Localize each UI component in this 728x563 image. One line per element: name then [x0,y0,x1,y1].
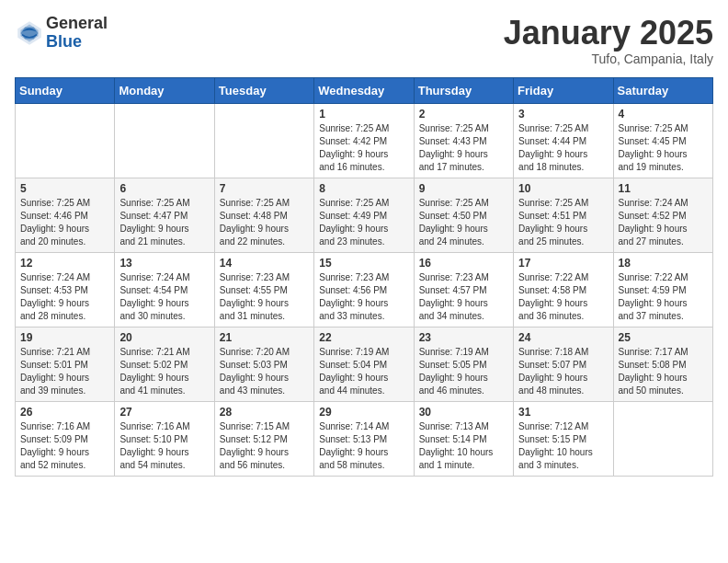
day-number: 10 [518,182,608,195]
day-info: Sunrise: 7:23 AM Sunset: 4:55 PM Dayligh… [220,271,309,323]
title-block: January 2025 Tufo, Campania, Italy [504,15,713,66]
calendar-cell: 25Sunrise: 7:17 AM Sunset: 5:08 PM Dayli… [613,327,712,401]
day-number: 9 [419,182,508,195]
day-info: Sunrise: 7:22 AM Sunset: 4:58 PM Dayligh… [518,271,608,323]
day-info: Sunrise: 7:12 AM Sunset: 5:15 PM Dayligh… [518,420,608,472]
logo-blue: Blue [46,33,108,52]
calendar-week-row: 19Sunrise: 7:21 AM Sunset: 5:01 PM Dayli… [16,327,713,401]
calendar-cell: 5Sunrise: 7:25 AM Sunset: 4:46 PM Daylig… [16,178,115,252]
day-number: 5 [20,182,109,195]
day-info: Sunrise: 7:21 AM Sunset: 5:02 PM Dayligh… [119,346,209,397]
logo-icon [15,18,44,48]
day-info: Sunrise: 7:25 AM Sunset: 4:51 PM Dayligh… [518,197,608,248]
calendar-cell: 6Sunrise: 7:25 AM Sunset: 4:47 PM Daylig… [115,178,214,252]
day-info: Sunrise: 7:18 AM Sunset: 5:07 PM Dayligh… [518,346,608,397]
calendar-cell: 29Sunrise: 7:14 AM Sunset: 5:13 PM Dayli… [314,401,414,476]
day-info: Sunrise: 7:21 AM Sunset: 5:01 PM Dayligh… [20,346,109,397]
calendar-week-row: 5Sunrise: 7:25 AM Sunset: 4:46 PM Daylig… [16,178,713,252]
weekday-header: Tuesday [214,77,313,103]
day-number: 4 [619,108,708,121]
day-number: 26 [20,406,109,419]
day-number: 24 [518,331,608,344]
location: Tufo, Campania, Italy [504,52,713,66]
calendar-cell: 23Sunrise: 7:19 AM Sunset: 5:05 PM Dayli… [414,327,513,401]
calendar-cell: 4Sunrise: 7:25 AM Sunset: 4:45 PM Daylig… [613,103,712,178]
weekday-header: Sunday [16,77,115,103]
day-number: 2 [419,108,508,121]
day-number: 23 [419,331,508,344]
day-number: 12 [20,257,109,270]
calendar-cell: 31Sunrise: 7:12 AM Sunset: 5:15 PM Dayli… [514,401,613,476]
calendar-cell: 16Sunrise: 7:23 AM Sunset: 4:57 PM Dayli… [414,252,513,327]
day-number: 6 [119,182,209,195]
day-info: Sunrise: 7:23 AM Sunset: 4:57 PM Dayligh… [419,271,508,323]
day-info: Sunrise: 7:19 AM Sunset: 5:04 PM Dayligh… [319,346,408,397]
day-number: 27 [119,406,209,419]
day-number: 31 [518,406,608,419]
day-number: 22 [319,331,408,344]
day-number: 15 [319,257,408,270]
day-info: Sunrise: 7:15 AM Sunset: 5:12 PM Dayligh… [220,420,309,472]
day-info: Sunrise: 7:24 AM Sunset: 4:53 PM Dayligh… [20,271,109,323]
weekday-header: Friday [514,77,613,103]
day-info: Sunrise: 7:20 AM Sunset: 5:03 PM Dayligh… [220,346,309,397]
day-info: Sunrise: 7:16 AM Sunset: 5:10 PM Dayligh… [119,420,209,472]
day-number: 3 [518,108,608,121]
calendar-cell: 3Sunrise: 7:25 AM Sunset: 4:44 PM Daylig… [514,103,613,178]
day-info: Sunrise: 7:25 AM Sunset: 4:49 PM Dayligh… [319,197,408,248]
day-number: 8 [319,182,408,195]
calendar-cell: 15Sunrise: 7:23 AM Sunset: 4:56 PM Dayli… [314,252,414,327]
calendar-cell: 8Sunrise: 7:25 AM Sunset: 4:49 PM Daylig… [314,178,414,252]
day-info: Sunrise: 7:25 AM Sunset: 4:43 PM Dayligh… [419,122,508,174]
calendar-table: SundayMondayTuesdayWednesdayThursdayFrid… [15,77,713,477]
calendar-cell: 13Sunrise: 7:24 AM Sunset: 4:54 PM Dayli… [115,252,214,327]
calendar-cell: 20Sunrise: 7:21 AM Sunset: 5:02 PM Dayli… [115,327,214,401]
calendar-cell [16,103,115,178]
calendar-week-row: 1Sunrise: 7:25 AM Sunset: 4:42 PM Daylig… [16,103,713,178]
weekday-header: Thursday [414,77,513,103]
calendar-cell [214,103,313,178]
calendar-cell: 22Sunrise: 7:19 AM Sunset: 5:04 PM Dayli… [314,327,414,401]
calendar-cell: 21Sunrise: 7:20 AM Sunset: 5:03 PM Dayli… [214,327,313,401]
logo-general: General [46,15,108,33]
calendar-cell: 18Sunrise: 7:22 AM Sunset: 4:59 PM Dayli… [613,252,712,327]
calendar-week-row: 12Sunrise: 7:24 AM Sunset: 4:53 PM Dayli… [16,252,713,327]
day-number: 16 [419,257,508,270]
day-number: 13 [119,257,209,270]
day-info: Sunrise: 7:19 AM Sunset: 5:05 PM Dayligh… [419,346,508,397]
day-info: Sunrise: 7:23 AM Sunset: 4:56 PM Dayligh… [319,271,408,323]
calendar-cell: 26Sunrise: 7:16 AM Sunset: 5:09 PM Dayli… [16,401,115,476]
day-info: Sunrise: 7:25 AM Sunset: 4:48 PM Dayligh… [220,197,309,248]
calendar-cell: 7Sunrise: 7:25 AM Sunset: 4:48 PM Daylig… [214,178,313,252]
day-info: Sunrise: 7:25 AM Sunset: 4:45 PM Dayligh… [619,122,708,174]
day-number: 28 [220,406,309,419]
calendar-cell: 19Sunrise: 7:21 AM Sunset: 5:01 PM Dayli… [16,327,115,401]
calendar-header-row: SundayMondayTuesdayWednesdayThursdayFrid… [16,77,713,103]
day-info: Sunrise: 7:22 AM Sunset: 4:59 PM Dayligh… [619,271,708,323]
day-info: Sunrise: 7:13 AM Sunset: 5:14 PM Dayligh… [419,420,508,472]
day-number: 17 [518,257,608,270]
day-info: Sunrise: 7:25 AM Sunset: 4:47 PM Dayligh… [119,197,209,248]
month-title: January 2025 [504,15,713,52]
day-info: Sunrise: 7:25 AM Sunset: 4:50 PM Dayligh… [419,197,508,248]
calendar-cell: 14Sunrise: 7:23 AM Sunset: 4:55 PM Dayli… [214,252,313,327]
day-info: Sunrise: 7:17 AM Sunset: 5:08 PM Dayligh… [619,346,708,397]
day-number: 11 [619,182,708,195]
day-number: 7 [220,182,309,195]
page-header: General Blue January 2025 Tufo, Campania… [15,15,713,66]
calendar-cell: 1Sunrise: 7:25 AM Sunset: 4:42 PM Daylig… [314,103,414,178]
calendar-cell: 30Sunrise: 7:13 AM Sunset: 5:14 PM Dayli… [414,401,513,476]
logo-text: General Blue [46,15,108,52]
day-number: 14 [220,257,309,270]
day-number: 20 [119,331,209,344]
day-info: Sunrise: 7:24 AM Sunset: 4:52 PM Dayligh… [619,197,708,248]
calendar-cell [115,103,214,178]
day-number: 21 [220,331,309,344]
calendar-cell: 2Sunrise: 7:25 AM Sunset: 4:43 PM Daylig… [414,103,513,178]
calendar-cell: 11Sunrise: 7:24 AM Sunset: 4:52 PM Dayli… [613,178,712,252]
day-number: 19 [20,331,109,344]
calendar-cell: 17Sunrise: 7:22 AM Sunset: 4:58 PM Dayli… [514,252,613,327]
day-info: Sunrise: 7:25 AM Sunset: 4:44 PM Dayligh… [518,122,608,174]
day-number: 1 [319,108,408,121]
logo: General Blue [15,15,108,52]
